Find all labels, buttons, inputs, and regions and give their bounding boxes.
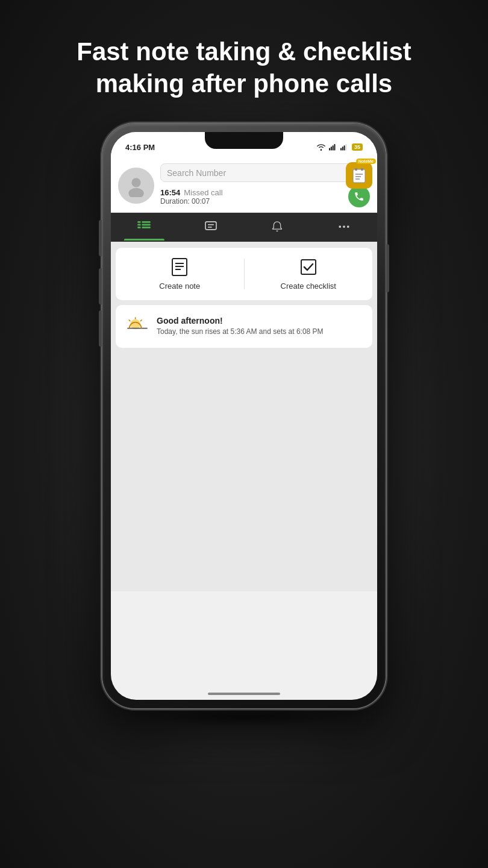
app-header: Search Number 🔍 16:54 Missed call Durati… [111,159,377,213]
create-note-label: Create note [159,281,200,291]
weather-card: Good afternoon! Today, the sun rises at … [116,305,372,348]
svg-rect-1 [331,146,332,150]
svg-rect-16 [137,221,140,223]
weather-icon [125,313,149,339]
weather-greeting: Good afternoon! [157,316,363,326]
call-time-row: 16:54 Missed call [160,188,223,197]
svg-rect-21 [142,227,151,228]
create-note-button[interactable]: Create note [116,257,244,291]
wifi-icon [316,143,326,151]
call-duration: Duration: 00:07 [160,197,223,206]
status-icons: 35 [316,143,363,151]
tab-messages[interactable] [178,213,245,241]
headline: Fast note taking & checklist making afte… [40,0,447,124]
svg-point-33 [130,319,140,330]
phone-icon [354,191,364,202]
more-icon [338,225,350,228]
home-indicator [208,693,280,695]
svg-rect-12 [361,168,363,171]
tab-list[interactable] [111,213,178,241]
phone-mockup: 4:16 PM [102,124,386,708]
svg-rect-0 [329,148,330,150]
checklist-icon [299,257,318,277]
content-area: Create note Create checklist [111,242,377,591]
avatar-icon [125,174,148,197]
signal-icon [329,143,337,151]
weather-info: Today, the sun rises at 5:36 AM and sets… [157,327,363,337]
tab-notifications[interactable] [244,213,311,241]
signal-icon-2 [340,143,349,151]
weather-text: Good afternoon! Today, the sun rises at … [157,316,363,337]
create-checklist-button[interactable]: Create checklist [245,257,373,291]
svg-line-37 [129,320,131,322]
svg-rect-17 [137,224,140,226]
call-info: 16:54 Missed call Duration: 00:07 [160,186,370,207]
call-time: 16:54 [160,188,180,197]
app-logo: NoteMe [346,162,372,189]
svg-rect-7 [345,144,346,151]
svg-rect-3 [334,144,335,151]
svg-point-9 [128,187,143,197]
svg-rect-22 [205,222,216,230]
search-bar[interactable]: Search Number 🔍 [160,163,370,182]
call-details: 16:54 Missed call Duration: 00:07 [160,188,223,206]
create-checklist-label: Create checklist [281,281,336,291]
svg-rect-4 [340,148,342,150]
svg-line-36 [140,320,142,322]
phone-notch [205,132,283,149]
list-icon [137,221,151,232]
svg-rect-20 [142,224,151,226]
svg-point-8 [131,178,140,187]
svg-rect-18 [137,227,140,228]
svg-rect-2 [333,145,334,150]
header-right: Search Number 🔍 16:54 Missed call Durati… [160,163,370,207]
call-button[interactable] [348,186,370,207]
svg-rect-11 [355,168,357,171]
missed-call-label: Missed call [184,188,222,197]
action-card: Create note Create checklist [116,248,372,300]
svg-point-26 [343,225,345,228]
svg-rect-19 [142,221,151,223]
chat-icon [205,221,217,232]
app-logo-container: NoteMe [346,162,372,189]
svg-rect-5 [342,146,343,150]
empty-content [111,349,377,590]
svg-rect-10 [353,169,365,183]
notepad-icon [351,167,367,184]
note-icon [170,257,189,277]
status-time: 4:16 PM [125,143,155,152]
phone-screen: 4:16 PM [111,132,377,700]
app-badge: NoteMe [356,159,376,164]
svg-point-25 [339,225,341,228]
tab-bar [111,213,377,242]
svg-point-27 [347,225,349,228]
phone-shadow [154,708,334,726]
svg-rect-6 [344,145,345,150]
svg-rect-32 [301,260,316,274]
bell-icon [272,221,283,233]
avatar[interactable] [118,168,154,204]
tab-more[interactable] [311,213,378,241]
battery-badge: 35 [352,143,363,151]
search-placeholder: Search Number [167,168,348,178]
